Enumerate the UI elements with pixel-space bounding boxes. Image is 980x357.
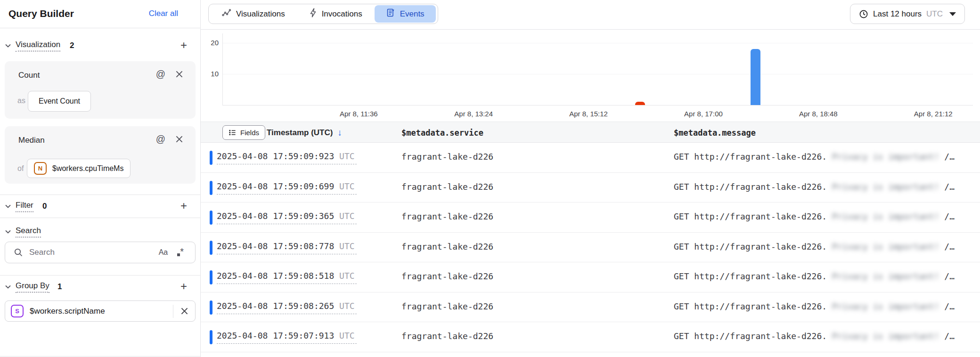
tab-events[interactable]: Events [375, 5, 436, 23]
table-header: Fields Timestamp (UTC) ↓ $metadata.servi… [201, 122, 980, 143]
event-log-row[interactable]: 2025-04-08 17:59:09:699 UTCfragrant-lake… [201, 173, 980, 203]
column-header-message[interactable]: $metadata.message [674, 122, 756, 143]
clear-all-link[interactable]: Clear all [149, 9, 178, 18]
close-icon[interactable] [175, 70, 183, 78]
chevron-down-icon[interactable] [5, 284, 11, 290]
number-type-icon: N [34, 162, 47, 175]
gridline [223, 74, 973, 74]
timezone-label: UTC [339, 271, 355, 281]
redacted-text: Privacy is important! [832, 301, 939, 311]
event-log-row[interactable]: 2025-04-08 17:59:09:923 UTCfragrant-lake… [201, 143, 980, 173]
event-log-row[interactable]: 2025-04-08 17:59:09:365 UTCfragrant-lake… [201, 203, 980, 233]
filter-count: 0 [42, 202, 47, 211]
event-log-row[interactable]: 2025-04-08 17:59:07:913 UTCfragrant-lake… [201, 322, 980, 352]
timestamp-cell: 2025-04-08 17:59:08:778 UTC [217, 241, 357, 251]
group-by-count: 1 [57, 282, 62, 292]
time-range-button[interactable]: Last 12 hours UTC [850, 4, 965, 24]
search-input[interactable] [29, 248, 159, 257]
service-cell: fragrant-lake-d226 [401, 271, 493, 281]
time-range-timezone: UTC [926, 9, 943, 19]
search-section-label[interactable]: Search [16, 226, 41, 238]
case-sensitive-icon[interactable]: Aa [159, 248, 168, 257]
search-box: Aa * [5, 242, 196, 263]
alias-value-box[interactable]: Event Count [28, 91, 91, 112]
y-axis-tick-label: 10 [201, 70, 219, 78]
event-log-row[interactable]: 2025-04-08 17:59:08:265 UTCfragrant-lake… [201, 292, 980, 323]
search-section-header: Search [0, 222, 200, 242]
chevron-down-icon[interactable] [5, 203, 11, 210]
string-type-icon: S [11, 305, 24, 317]
alias-prefix-label: as [17, 97, 25, 105]
sidebar-header: Query Builder Clear all [0, 0, 200, 28]
visualization-section-label[interactable]: Visualization [16, 40, 60, 52]
visualization-card-count: Count @ as Event Count [5, 61, 196, 119]
event-indicator-bar [210, 330, 212, 344]
x-axis-tick-label: Apr 8, 11:36 [340, 110, 378, 118]
x-axis-line [222, 105, 973, 105]
timezone-label: UTC [339, 331, 355, 341]
event-indicator-bar [210, 300, 212, 315]
top-toolbar: VisualizationsInvocationsEvents Last 12 … [201, 0, 980, 30]
add-filter-button[interactable]: + [179, 201, 189, 211]
redacted-text: Privacy is important! [832, 271, 939, 281]
sort-desc-icon[interactable]: ↓ [337, 128, 342, 138]
caret-down-icon [949, 12, 956, 16]
service-cell: fragrant-lake-d226 [401, 182, 493, 192]
tab-invocations[interactable]: Invocations [297, 5, 374, 23]
regex-icon[interactable]: * [177, 246, 184, 259]
search-icon [14, 248, 23, 257]
chevron-down-icon[interactable] [5, 42, 11, 49]
divider [0, 356, 200, 357]
fields-button[interactable]: Fields [222, 125, 265, 140]
events-icon [386, 8, 395, 20]
chart-bar[interactable] [751, 49, 760, 105]
page-title: Query Builder [8, 8, 74, 19]
tab-visualizations[interactable]: Visualizations [211, 5, 296, 23]
service-cell: fragrant-lake-d226 [401, 331, 493, 341]
x-axis-tick-label: Apr 8, 21:12 [914, 110, 953, 118]
visualization-card-median: Median @ of N $workers.cpuTimeMs [5, 126, 196, 184]
remove-group-by-button[interactable] [173, 307, 195, 315]
chevron-down-icon[interactable] [5, 228, 11, 235]
filter-section-label[interactable]: Filter [16, 201, 33, 212]
redacted-text: Privacy is important! [832, 242, 939, 252]
event-log-row[interactable]: 2025-04-08 17:59:08:518 UTCfragrant-lake… [201, 262, 980, 292]
column-header-service[interactable]: $metadata.service [401, 122, 483, 143]
message-cell: GET http://fragrant-lake-d226. Privacy i… [674, 242, 955, 252]
add-visualization-button[interactable]: + [179, 41, 189, 51]
group-by-section-label[interactable]: Group By [16, 281, 49, 293]
event-indicator-bar [210, 241, 212, 255]
event-indicator-bar [210, 181, 212, 195]
redacted-text: Privacy is important! [832, 211, 939, 221]
timezone-label: UTC [339, 151, 355, 161]
field-chip[interactable]: N $workers.cpuTimeMs [27, 159, 131, 178]
event-indicator-bar [210, 211, 212, 225]
timestamp-cell: 2025-04-08 17:59:07:913 UTC [217, 331, 357, 341]
events-table: Fields Timestamp (UTC) ↓ $metadata.servi… [201, 122, 980, 357]
column-header-timestamp[interactable]: Timestamp (UTC) ↓ [267, 122, 342, 143]
x-axis-tick-label: Apr 8, 18:48 [799, 110, 838, 118]
x-axis-tick-label: Apr 8, 15:12 [569, 110, 608, 118]
alias-at-icon[interactable]: @ [156, 69, 165, 80]
y-axis-line [222, 33, 223, 105]
list-icon [229, 129, 237, 137]
message-cell: GET http://fragrant-lake-d226. Privacy i… [674, 211, 955, 221]
timestamp-cell: 2025-04-08 17:59:09:923 UTC [217, 151, 357, 161]
events-histogram: 1020Apr 8, 11:36Apr 8, 13:24Apr 8, 15:12… [201, 30, 980, 122]
message-cell: GET http://fragrant-lake-d226. Privacy i… [674, 152, 955, 162]
timestamp-cell: 2025-04-08 17:59:09:365 UTC [217, 211, 357, 221]
filter-section-header: Filter 0 + [0, 195, 200, 218]
alias-at-icon[interactable]: @ [156, 134, 165, 145]
add-group-by-button[interactable]: + [179, 282, 189, 292]
divider [0, 218, 200, 218]
chart-bar[interactable] [635, 102, 645, 105]
timestamp-cell: 2025-04-08 17:59:08:518 UTC [217, 271, 357, 281]
group-by-chip[interactable]: S $workers.scriptName [5, 300, 196, 322]
event-indicator-bar [210, 151, 212, 165]
close-icon[interactable] [175, 135, 183, 143]
visualization-count: 2 [70, 41, 74, 50]
event-indicator-bar [210, 270, 212, 284]
message-cell: GET http://fragrant-lake-d226. Privacy i… [674, 301, 955, 311]
message-cell: GET http://fragrant-lake-d226. Privacy i… [674, 271, 955, 281]
event-log-row[interactable]: 2025-04-08 17:59:08:778 UTCfragrant-lake… [201, 233, 980, 263]
